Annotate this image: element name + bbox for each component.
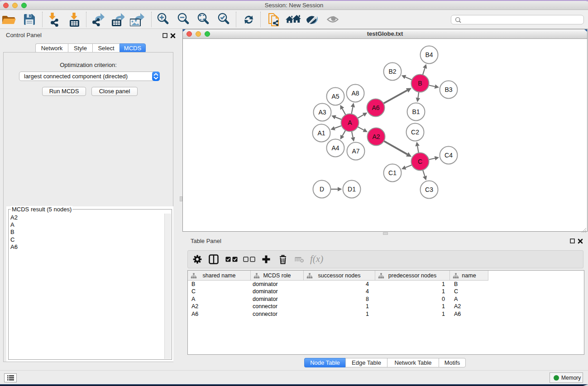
svg-text:D1: D1: [348, 186, 356, 193]
svg-text:A8: A8: [351, 90, 359, 97]
svg-text:B1: B1: [412, 108, 420, 115]
svg-text:C: C: [418, 158, 422, 165]
svg-text:A: A: [348, 119, 352, 126]
svg-text:B3: B3: [445, 86, 452, 93]
svg-text:A3: A3: [318, 109, 326, 116]
svg-text:A7: A7: [352, 148, 359, 155]
svg-text:A6: A6: [372, 104, 379, 111]
svg-text:D: D: [320, 186, 324, 193]
svg-text:A1: A1: [317, 129, 325, 137]
svg-text:C1: C1: [388, 169, 397, 176]
svg-text:B2: B2: [388, 68, 396, 75]
svg-text:B: B: [418, 80, 422, 87]
svg-text:B4: B4: [425, 51, 433, 58]
svg-text:A5: A5: [331, 93, 339, 100]
svg-text:C4: C4: [445, 152, 453, 159]
svg-text:C2: C2: [411, 129, 419, 136]
svg-text:A4: A4: [331, 144, 339, 152]
svg-text:A2: A2: [372, 133, 380, 140]
svg-text:C3: C3: [425, 186, 433, 193]
